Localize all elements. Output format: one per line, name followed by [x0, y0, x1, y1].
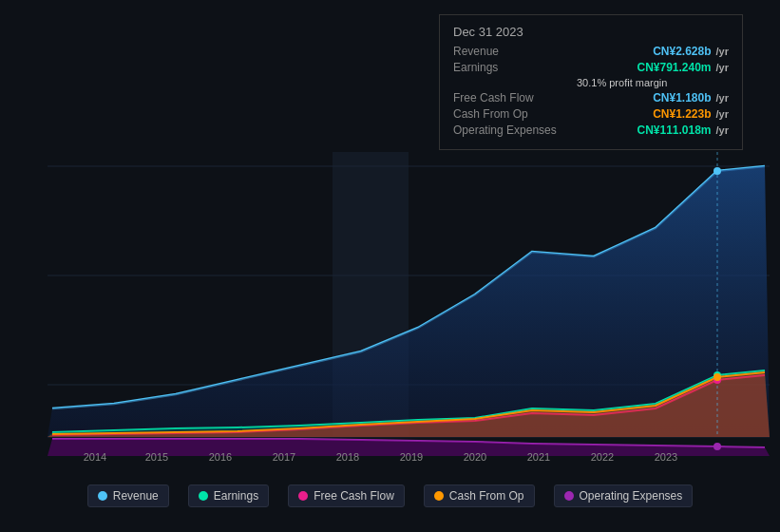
chart-container: Dec 31 2023 Revenue CN¥2.628b/yr Earning…	[0, 0, 780, 532]
free-cash-flow-value: CN¥1.180b/yr	[653, 91, 729, 104]
earnings-dot	[199, 491, 208, 501]
svg-text:2018: 2018	[336, 451, 359, 463]
svg-text:2017: 2017	[273, 451, 295, 463]
revenue-value: CN¥2.628b/yr	[653, 45, 729, 58]
revenue-label: Revenue	[453, 45, 577, 58]
legend-opex-label: Operating Expenses	[580, 489, 683, 503]
operating-exp-value: CN¥111.018m/yr	[637, 124, 729, 137]
chart-legend: Revenue Earnings Free Cash Flow Cash Fro…	[0, 477, 780, 515]
svg-text:2021: 2021	[527, 451, 550, 463]
cash-from-op-dot	[434, 491, 444, 501]
svg-point-10	[713, 373, 721, 381]
svg-text:2022: 2022	[591, 451, 614, 463]
revenue-dot	[98, 491, 107, 501]
svg-text:2019: 2019	[400, 451, 423, 463]
free-cash-flow-dot	[298, 491, 308, 501]
legend-earnings-label: Earnings	[214, 489, 258, 503]
legend-cash-from-op[interactable]: Cash From Op	[424, 484, 535, 507]
svg-point-7	[713, 167, 721, 175]
earnings-value: CN¥791.240m/yr	[637, 61, 729, 74]
legend-free-cash-flow[interactable]: Free Cash Flow	[288, 484, 405, 507]
operating-exp-label: Operating Expenses	[453, 124, 577, 137]
legend-revenue[interactable]: Revenue	[87, 484, 169, 507]
tooltip-date: Dec 31 2023	[453, 25, 729, 39]
svg-text:2015: 2015	[145, 451, 168, 463]
cash-from-op-value: CN¥1.223b/yr	[653, 107, 729, 121]
svg-text:2023: 2023	[655, 451, 677, 463]
legend-fcf-label: Free Cash Flow	[314, 489, 394, 503]
legend-operating-expenses[interactable]: Operating Expenses	[554, 484, 694, 507]
profit-margin: 30.1% profit margin	[577, 77, 729, 88]
free-cash-flow-label: Free Cash Flow	[453, 91, 577, 104]
legend-revenue-label: Revenue	[113, 489, 159, 503]
legend-cfo-label: Cash From Op	[449, 489, 524, 503]
svg-text:2014: 2014	[84, 451, 106, 463]
svg-point-11	[713, 443, 721, 450]
operating-exp-dot	[564, 491, 574, 501]
svg-text:2016: 2016	[209, 451, 232, 463]
earnings-label: Earnings	[453, 61, 577, 74]
legend-earnings[interactable]: Earnings	[188, 484, 269, 507]
tooltip-card: Dec 31 2023 Revenue CN¥2.628b/yr Earning…	[439, 14, 743, 150]
cash-from-op-label: Cash From Op	[453, 107, 577, 121]
svg-text:2020: 2020	[464, 451, 486, 463]
